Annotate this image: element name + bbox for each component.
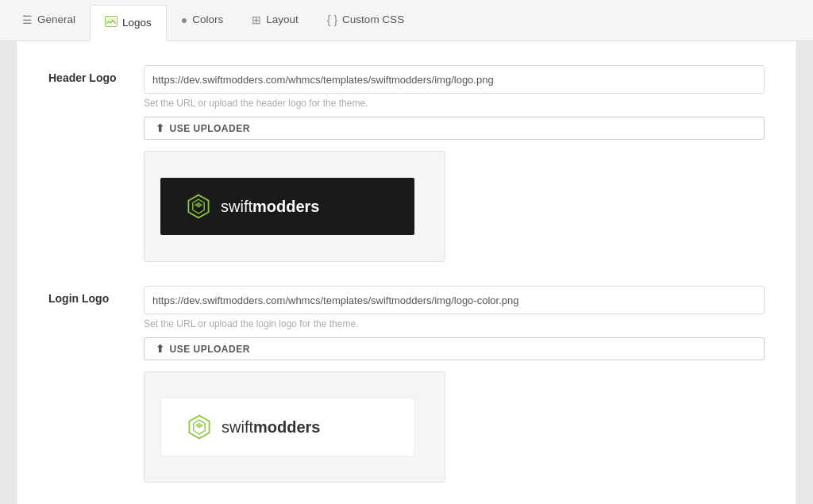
login-logo-uploader-label: USE UPLOADER — [170, 344, 250, 355]
tab-colors[interactable]: ● Colors — [167, 0, 237, 41]
upload-icon: ⬆ — [156, 122, 165, 134]
logos-icon — [105, 16, 118, 29]
tab-general-label: General — [37, 13, 75, 25]
tab-custom-css[interactable]: { } Custom CSS — [313, 0, 418, 41]
login-logo-light-bg: swiftmodders — [160, 398, 414, 456]
header-logo-uploader-button[interactable]: ⬆ USE UPLOADER — [144, 117, 765, 140]
header-logo-text: swiftmodders — [221, 198, 319, 216]
login-logo-preview: swiftmodders — [144, 371, 445, 483]
login-logo-label: Login Logo — [48, 286, 144, 305]
header-logo-row: Header Logo Set the URL or upload the he… — [48, 65, 765, 262]
header-logo-input[interactable] — [144, 65, 765, 94]
header-logo-label: Header Logo — [48, 65, 144, 84]
header-logo-preview: swiftmodders — [144, 151, 445, 262]
header-logo-uploader-label: USE UPLOADER — [170, 123, 250, 134]
tabs-bar: ☰ General Logos ● Colors ⊞ Layout { } Cu… — [0, 0, 813, 41]
tab-general[interactable]: ☰ General — [8, 0, 90, 41]
upload-icon-2: ⬆ — [156, 343, 165, 355]
layout-icon: ⊞ — [252, 13, 261, 26]
content-card: Header Logo Set the URL or upload the he… — [16, 41, 797, 504]
swiftmodders-icon-light — [185, 413, 214, 441]
tab-logos-label: Logos — [122, 17, 152, 29]
colors-icon: ● — [181, 13, 187, 26]
login-logo-text: swiftmodders — [222, 418, 320, 437]
login-logo-row: Login Logo Set the URL or upload the log… — [48, 286, 765, 483]
tab-layout[interactable]: ⊞ Layout — [237, 0, 313, 41]
header-logo-dark-bg: swiftmodders — [160, 178, 414, 235]
login-logo-hint: Set the URL or upload the login logo for… — [144, 318, 765, 329]
login-logo-field: Set the URL or upload the login logo for… — [144, 286, 765, 483]
login-logo-uploader-button[interactable]: ⬆ USE UPLOADER — [144, 337, 765, 360]
header-logo-field: Set the URL or upload the header logo fo… — [144, 65, 765, 262]
general-icon: ☰ — [22, 13, 33, 26]
header-logo-hint: Set the URL or upload the header logo fo… — [144, 98, 765, 109]
tab-logos[interactable]: Logos — [90, 5, 167, 41]
main-content: Header Logo Set the URL or upload the he… — [0, 41, 813, 504]
custom-css-icon: { } — [327, 13, 337, 26]
login-logo-input[interactable] — [144, 286, 765, 314]
tab-colors-label: Colors — [192, 13, 223, 25]
tab-layout-label: Layout — [266, 13, 299, 25]
tab-custom-css-label: Custom CSS — [342, 13, 404, 25]
swiftmodders-icon-dark — [184, 192, 213, 221]
